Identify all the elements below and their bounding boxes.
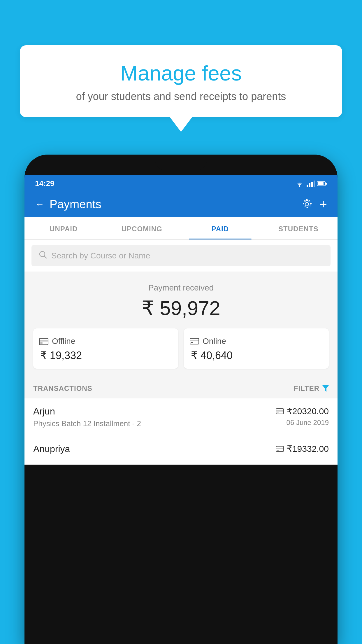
payment-cards: Offline ₹ 19,332 Online [33,328,329,369]
svg-rect-11 [39,340,48,342]
phone-frame: 14:29 [24,155,338,644]
svg-rect-7 [326,183,327,185]
transaction-date-arjun: 06 June 2019 [276,419,329,427]
svg-rect-14 [190,340,199,341]
offline-card-header: Offline [39,337,172,346]
gear-icon[interactable] [301,199,312,210]
payment-summary: Payment received ₹ 59,972 Offline [24,272,338,377]
transaction-name-anupriya: Anupriya [33,444,276,454]
search-icon [38,250,47,261]
online-payment-icon [190,338,199,345]
speech-bubble-subtitle: of your students and send receipts to pa… [37,90,325,103]
transaction-amount-info-anupriya: ₹19332.00 [276,444,329,456]
tab-upcoming[interactable]: UPCOMING [103,217,181,239]
tab-students[interactable]: STUDENTS [259,217,338,239]
app-header: ← Payments + [24,192,338,217]
online-payment-card: Online ₹ 40,640 [184,328,329,369]
filter-icon [322,385,329,392]
svg-marker-16 [322,385,329,392]
payment-received-label: Payment received [33,283,329,293]
speech-bubble-container: Manage fees of your students and send re… [20,45,342,132]
transactions-label: TRANSACTIONS [33,384,92,393]
transaction-amount-anupriya: ₹19332.00 [287,444,329,454]
add-button[interactable]: + [319,197,327,211]
app-header-title: Payments [50,198,101,211]
status-bar-time: 14:29 [35,179,55,188]
speech-bubble: Manage fees of your students and send re… [20,45,342,117]
status-icons [295,181,327,187]
speech-bubble-pointer [170,117,192,132]
tab-unpaid[interactable]: UNPAID [24,217,103,239]
filter-label: FILTER [294,384,319,393]
transaction-info-anupriya: Anupriya [33,444,276,457]
svg-rect-12 [40,342,43,344]
transaction-info-arjun: Arjun Physics Batch 12 Installment - 2 [33,406,276,428]
search-bar[interactable]: Search by Course or Name [31,245,331,266]
svg-rect-2 [309,183,310,187]
offline-payment-card: Offline ₹ 19,332 [33,328,178,369]
back-button[interactable]: ← [35,199,44,210]
offline-amount: ₹ 19,332 [39,349,172,362]
transaction-amount-info-arjun: ₹20320.00 06 June 2019 [276,406,329,427]
svg-rect-6 [318,182,324,185]
tabs-bar: UNPAID UPCOMING PAID STUDENTS [24,217,338,240]
online-card-header: Online [190,337,323,346]
svg-rect-4 [314,181,315,187]
svg-rect-22 [277,450,279,451]
transaction-course-arjun: Physics Batch 12 Installment - 2 [33,419,276,428]
transactions-header: TRANSACTIONS FILTER [24,377,338,398]
phone-notch-area [24,155,338,175]
payment-total-amount: ₹ 59,972 [33,297,329,320]
online-label: Online [203,337,226,346]
transaction-row[interactable]: Anupriya ₹19332.00 [24,436,338,465]
offline-payment-icon [39,337,48,345]
app-header-left: ← Payments [35,198,101,211]
signal-icon [307,181,315,187]
online-amount: ₹ 40,640 [190,349,323,362]
svg-rect-21 [276,448,284,449]
transaction-amount-row-arjun: ₹20320.00 [276,406,329,416]
tab-paid[interactable]: PAID [181,217,259,239]
speech-bubble-title: Manage fees [37,61,325,85]
svg-line-9 [44,256,47,258]
filter-button[interactable]: FILTER [294,384,329,393]
transaction-amount-row-anupriya: ₹19332.00 [276,444,329,454]
app-header-right: + [301,197,327,211]
search-placeholder-text: Search by Course or Name [51,251,150,260]
card-payment-icon-arjun [276,408,284,414]
wifi-icon [295,181,304,187]
svg-rect-1 [307,185,308,187]
svg-rect-3 [311,182,313,187]
status-bar: 14:29 [24,175,338,192]
battery-icon [317,181,327,186]
offline-label: Offline [52,337,75,346]
app-content: Search by Course or Name Payment receive… [24,240,338,465]
offline-payment-icon-anupriya [276,446,284,452]
svg-point-0 [299,186,300,187]
search-bar-container: Search by Course or Name [24,240,338,272]
transaction-row[interactable]: Arjun Physics Batch 12 Installment - 2 ₹… [24,398,338,436]
transaction-amount-arjun: ₹20320.00 [287,406,329,416]
transaction-name-arjun: Arjun [33,406,276,417]
svg-rect-18 [276,410,284,412]
